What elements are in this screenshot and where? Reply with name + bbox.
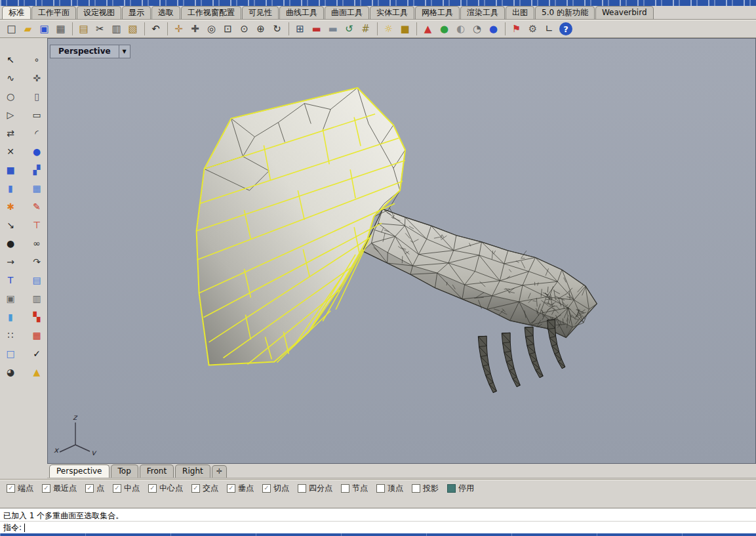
viewport-tab-right[interactable]: Right — [175, 464, 210, 478]
blob-tool-icon[interactable]: ● — [3, 236, 18, 251]
block-grid-icon[interactable]: ▦ — [29, 328, 45, 342]
undo-view-icon[interactable]: ↺ — [341, 21, 357, 37]
osnap-checkbox-9[interactable] — [341, 484, 349, 493]
ribbon-tab-1[interactable]: 工作平面 — [31, 6, 76, 19]
move-widget-icon[interactable]: ✜ — [29, 71, 45, 85]
clipboard-icon[interactable]: ▤ — [75, 21, 92, 37]
new-file-icon[interactable]: □ — [3, 21, 20, 37]
ribbon-tab-10[interactable]: 网格工具 — [415, 6, 460, 19]
ribbon-tab-11[interactable]: 渲染工具 — [460, 6, 505, 19]
osnap-item-2[interactable]: ✓点 — [85, 483, 104, 494]
cut-icon[interactable]: ✂ — [92, 21, 108, 37]
paste-icon[interactable]: ▧ — [125, 21, 141, 37]
gray-vehicle-icon[interactable]: ▬ — [325, 21, 341, 37]
copy-icon[interactable]: ▥ — [108, 21, 125, 37]
viewport-tab-top[interactable]: Top — [111, 464, 138, 478]
osnap-item-3[interactable]: ✓中点 — [113, 483, 140, 494]
copy-stack-icon[interactable]: ▥ — [29, 291, 45, 306]
osnap-checkbox-7[interactable]: ✓ — [262, 484, 271, 493]
osnap-checkbox-5[interactable]: ✓ — [191, 484, 200, 493]
offset-tool-icon[interactable]: ↘ — [3, 218, 18, 232]
ribbon-tab-5[interactable]: 工作视窗配置 — [181, 6, 241, 19]
ribbon-tab-14[interactable]: Weaverbird — [595, 6, 654, 19]
red-vehicle-icon[interactable]: ▬ — [308, 21, 325, 37]
osnap-checkbox-2[interactable]: ✓ — [85, 484, 94, 493]
cplane-axes-icon[interactable]: ∟ — [541, 21, 557, 37]
circle-tool-icon[interactable]: ○ — [3, 89, 18, 104]
ribbon-tab-9[interactable]: 实体工具 — [370, 6, 414, 19]
extend-curve-icon[interactable]: → — [3, 255, 18, 269]
osnap-item-7[interactable]: ✓切点 — [262, 483, 289, 494]
cylinder-tool-icon[interactable]: ▮ — [3, 181, 18, 196]
lightbulb-icon[interactable]: ☼ — [380, 21, 397, 37]
tools-cluster-icon[interactable]: ✱ — [3, 199, 18, 214]
spotlight-tool-icon[interactable]: ▲ — [29, 365, 45, 379]
osnap-checkbox-10[interactable] — [376, 484, 385, 493]
osnap-item-0[interactable]: ✓端点 — [7, 483, 33, 494]
zoom-dynamic-icon[interactable]: ◎ — [203, 21, 220, 37]
pan-hand-icon[interactable]: ✛ — [170, 21, 187, 37]
viewport-tab-front[interactable]: Front — [140, 464, 174, 478]
grid-snap-icon[interactable]: # — [357, 21, 374, 37]
zoom-selected-icon[interactable]: ⊙ — [236, 21, 252, 37]
osnap-item-5[interactable]: ✓交点 — [191, 483, 218, 494]
osnap-item-8[interactable]: 四分点 — [298, 483, 332, 494]
open-folder-icon[interactable]: ▰ — [20, 21, 36, 37]
surface-grid-icon[interactable]: ▦ — [29, 181, 45, 196]
ribbon-tab-13[interactable]: 5.0 的新功能 — [535, 6, 595, 19]
osnap-item-10[interactable]: 顶点 — [376, 483, 403, 494]
zoom-extents-icon[interactable]: ⊕ — [252, 21, 269, 37]
torus-tool-icon[interactable]: ∞ — [29, 236, 45, 251]
arc-tool-icon[interactable]: ◜ — [29, 126, 45, 140]
render-icon[interactable]: ▲ — [420, 21, 436, 37]
osnap-item-4[interactable]: ✓中心点 — [148, 483, 183, 494]
rotate-view-icon[interactable]: ↻ — [269, 21, 285, 37]
ribbon-tab-0[interactable]: 标准 — [2, 6, 31, 19]
box-tool-icon[interactable]: ■ — [3, 163, 18, 177]
properties-page-icon[interactable]: □ — [3, 346, 18, 361]
print-icon[interactable]: ▦ — [52, 21, 69, 37]
direction-arrows-icon[interactable]: ⇄ — [3, 126, 18, 140]
curve-handle-icon[interactable]: ↷ — [29, 255, 45, 269]
osnap-item-12[interactable]: 停用 — [447, 483, 474, 494]
tsquare-tool-icon[interactable]: ⊤ — [29, 218, 45, 232]
rendered-sphere-icon[interactable]: ● — [485, 21, 502, 37]
render-sphere-icon[interactable]: ◕ — [3, 365, 18, 379]
select-arrow-icon[interactable]: ↖ — [3, 52, 18, 67]
control-curve-icon[interactable]: ∿ — [3, 71, 18, 85]
gear-icon[interactable]: ⚙ — [525, 21, 541, 37]
osnap-checkbox-12[interactable] — [447, 484, 456, 493]
osnap-checkbox-4[interactable]: ✓ — [148, 484, 157, 493]
undo-icon[interactable]: ↶ — [148, 21, 164, 37]
osnap-checkbox-8[interactable] — [298, 484, 306, 493]
boolean-tool-icon[interactable]: ▞ — [29, 163, 45, 177]
group-tool-icon[interactable]: ▣ — [3, 291, 18, 306]
viewport-title-label[interactable]: Perspective — [50, 45, 119, 58]
shaded-sphere-icon[interactable]: ● — [436, 21, 452, 37]
ribbon-tab-12[interactable]: 出图 — [506, 6, 534, 19]
trim-tool-icon[interactable]: ✕ — [3, 144, 18, 159]
menu-bar-cropped[interactable] — [0, 0, 756, 6]
pipe-tool-icon[interactable]: ▯ — [29, 89, 45, 104]
move-view-icon[interactable]: ✚ — [187, 21, 203, 37]
ribbon-tab-7[interactable]: 曲线工具 — [279, 6, 324, 19]
add-viewport-tab-button[interactable]: ✛ — [212, 465, 227, 478]
osnap-item-1[interactable]: ✓最近点 — [42, 483, 77, 494]
material-checker-icon[interactable]: ▚ — [29, 310, 45, 324]
pencil-tool-icon[interactable]: ✎ — [29, 199, 45, 214]
osnap-checkbox-1[interactable]: ✓ — [42, 484, 50, 493]
viewport-title[interactable]: Perspective ▼ — [50, 45, 130, 58]
help-icon[interactable]: ? — [559, 22, 572, 35]
zoom-window-icon[interactable]: ⊡ — [220, 21, 236, 37]
edit-page-icon[interactable]: ▤ — [29, 273, 45, 287]
ribbon-tab-6[interactable]: 可见性 — [242, 6, 279, 19]
flag-icon[interactable]: ⚑ — [508, 21, 525, 37]
single-point-icon[interactable]: ∘ — [29, 52, 45, 67]
ribbon-tab-2[interactable]: 设定视图 — [77, 6, 121, 19]
array-dots-icon[interactable]: ∷ — [3, 328, 18, 342]
osnap-checkbox-6[interactable]: ✓ — [227, 484, 235, 493]
ribbon-tab-4[interactable]: 选取 — [151, 6, 180, 19]
ribbon-tab-8[interactable]: 曲面工具 — [325, 6, 369, 19]
osnap-checkbox-0[interactable]: ✓ — [7, 484, 15, 493]
tube-tool-icon[interactable]: ▮ — [3, 310, 18, 324]
